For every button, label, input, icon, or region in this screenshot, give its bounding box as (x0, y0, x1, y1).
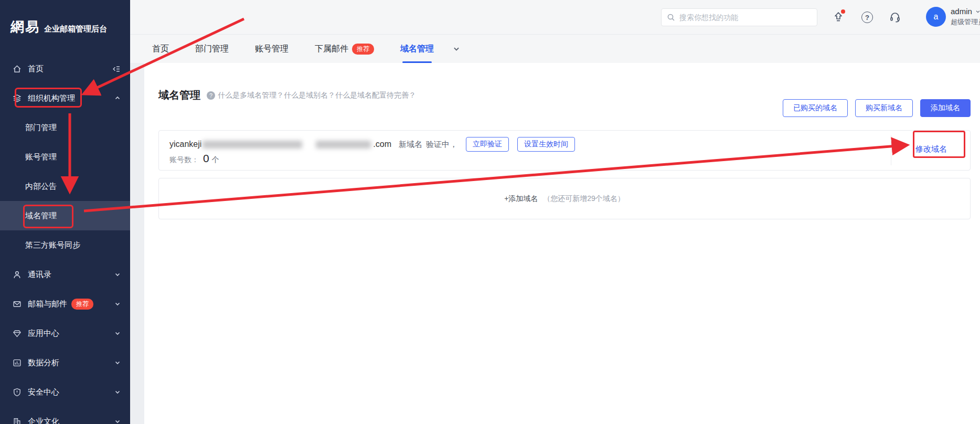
upgrade-button[interactable] (830, 9, 846, 25)
add-domain-button[interactable]: 添加域名 (920, 99, 971, 117)
page-head: 域名管理 ? 什么是多域名管理？什么是域别名？什么是域名配置待完善？ (158, 88, 416, 102)
accounts-label: 账号数： (169, 155, 199, 165)
brand-suffix: 企业邮箱管理后台 (44, 24, 107, 34)
sidebar-item-domain-management[interactable]: 域名管理 (0, 201, 130, 230)
question-circle-icon[interactable]: ? (207, 91, 215, 100)
sidebar-item-internal-notice[interactable]: 内部公告 (0, 172, 130, 201)
user-info[interactable]: admin 超级管理员 (951, 6, 980, 27)
add-domain-hint: （您还可新增29个域名） (543, 194, 625, 203)
user-name: admin (951, 7, 972, 16)
page-title: 域名管理 (158, 88, 200, 102)
tab-label: 域名管理 (400, 44, 434, 55)
redacted-blur (203, 141, 302, 149)
question-circle-icon: ? (861, 12, 873, 23)
chevron-down-icon[interactable] (114, 389, 121, 395)
person-icon (13, 270, 22, 279)
sidebar: 網易 企业邮箱管理后台 首页 组织机构管理 部门管理 账号管理 内部公告 (0, 0, 130, 424)
sidebar-item-app-center[interactable]: 应用中心 (0, 319, 130, 348)
building-icon (13, 417, 22, 424)
chevron-down-icon[interactable] (114, 359, 121, 366)
sidebar-item-label: 内部公告 (25, 182, 57, 192)
user-role: 超级管理员 (951, 17, 980, 27)
page-help-text[interactable]: 什么是多域名管理？什么是域别名？什么是域名配置待完善？ (218, 91, 416, 100)
sidebar-item-contacts[interactable]: 通讯录 (0, 260, 130, 289)
recommend-badge: 推荐 (352, 44, 374, 55)
sidebar-item-label: 首页 (28, 64, 44, 74)
search-box[interactable] (661, 8, 817, 26)
add-domain-area[interactable]: +添加域名 （您还可新增29个域名） (158, 178, 971, 219)
bar-chart-icon (13, 358, 22, 367)
tab-domain-management[interactable]: 域名管理 (400, 35, 434, 63)
divider (891, 135, 891, 165)
buy-new-domain-button[interactable]: 购买新域名 (855, 99, 913, 117)
domain-status: 验证中， (426, 140, 457, 150)
sidebar-item-company-culture[interactable]: 企业文化 (0, 407, 130, 424)
sidebar-item-third-party-sync[interactable]: 第三方账号同步 (0, 230, 130, 260)
sidebar-item-org-management[interactable]: 组织机构管理 (0, 83, 130, 113)
domain-name: yicankeji (169, 140, 201, 149)
support-button[interactable] (887, 9, 903, 25)
sidebar-item-label: 通讯录 (28, 270, 51, 280)
sidebar-item-mailbox-mail[interactable]: 邮箱与邮件 推荐 (0, 289, 130, 319)
tab-label: 下属邮件 (315, 44, 348, 55)
layers-icon (13, 94, 22, 103)
chevron-up-icon[interactable] (114, 95, 121, 101)
sidebar-item-account-management[interactable]: 账号管理 (0, 142, 130, 172)
sidebar-item-label: 第三方账号同步 (25, 240, 80, 250)
header-buttons: 已购买的域名 购买新域名 添加域名 (783, 99, 971, 117)
sidebar-item-label: 部门管理 (25, 123, 57, 133)
search-icon (667, 13, 675, 22)
avatar[interactable]: a (926, 7, 946, 27)
mail-icon (13, 300, 22, 309)
verify-now-button[interactable]: 立即验证 (466, 137, 509, 152)
tab-label: 首页 (152, 44, 169, 55)
recommend-badge: 推荐 (71, 299, 93, 310)
help-button[interactable]: ? (859, 9, 875, 25)
domain-management-panel: 域名管理 ? 什么是多域名管理？什么是域别名？什么是域名配置待完善？ 已购买的域… (144, 63, 980, 424)
accounts-unit: 个 (212, 155, 219, 165)
domain-row: yicankeji .com 新域名 验证中， 立即验证 设置生效时间 账号数：… (158, 130, 971, 171)
sidebar-nav: 首页 组织机构管理 部门管理 账号管理 内部公告 域名管理 第三方账号同步 (0, 54, 130, 424)
tab-more-chevron-down-icon[interactable] (453, 45, 460, 52)
sidebar-item-label: 账号管理 (25, 152, 57, 162)
tab-bar: 首页 部门管理 账号管理 下属邮件推荐 域名管理 (130, 35, 980, 63)
app-window: 網易 企业邮箱管理后台 首页 组织机构管理 部门管理 账号管理 内部公告 (0, 0, 980, 424)
chevron-down-icon (975, 9, 980, 14)
sidebar-item-label: 数据分析 (28, 358, 59, 368)
diamond-icon (13, 329, 22, 338)
sidebar-item-label: 邮箱与邮件 (28, 299, 67, 309)
domain-status-prefix: 新域名 (399, 140, 422, 150)
redacted-blur (316, 141, 371, 149)
add-domain-text[interactable]: +添加域名 (504, 194, 538, 203)
sidebar-item-dept-management[interactable]: 部门管理 (0, 113, 130, 142)
notification-dot (841, 9, 845, 14)
set-effective-time-button[interactable]: 设置生效时间 (517, 137, 575, 152)
tab-subordinate-mail[interactable]: 下属邮件推荐 (315, 35, 374, 63)
tab-label: 账号管理 (255, 44, 289, 55)
purchased-domains-button[interactable]: 已购买的域名 (783, 99, 848, 117)
top-bar: ? a admin 超级管理员 (130, 0, 980, 35)
sidebar-item-home[interactable]: 首页 (0, 54, 130, 83)
modify-domain-link[interactable]: 修改域名 (915, 144, 947, 154)
sidebar-item-label: 应用中心 (28, 328, 59, 338)
tab-account-management[interactable]: 账号管理 (255, 35, 289, 63)
domain-suffix: .com (373, 140, 391, 149)
search-input[interactable] (679, 13, 805, 22)
chevron-down-icon[interactable] (114, 418, 121, 424)
headset-icon (889, 11, 901, 24)
sidebar-item-label: 安全中心 (28, 387, 59, 397)
tab-home[interactable]: 首页 (152, 35, 169, 63)
tab-dept-management[interactable]: 部门管理 (195, 35, 229, 63)
sidebar-item-security-center[interactable]: 安全中心 (0, 377, 130, 407)
sidebar-item-label: 域名管理 (25, 211, 57, 221)
collapse-sidebar-icon[interactable] (112, 65, 121, 73)
domain-row-line2: 账号数： 0 个 (169, 152, 219, 165)
chevron-down-icon[interactable] (114, 301, 121, 307)
sidebar-item-data-analytics[interactable]: 数据分析 (0, 348, 130, 377)
home-icon (13, 65, 22, 73)
sidebar-item-label: 组织机构管理 (28, 93, 75, 103)
chevron-down-icon[interactable] (114, 271, 121, 278)
chevron-down-icon[interactable] (114, 330, 121, 336)
accounts-count: 0 (203, 152, 209, 165)
tab-label: 部门管理 (195, 44, 229, 55)
